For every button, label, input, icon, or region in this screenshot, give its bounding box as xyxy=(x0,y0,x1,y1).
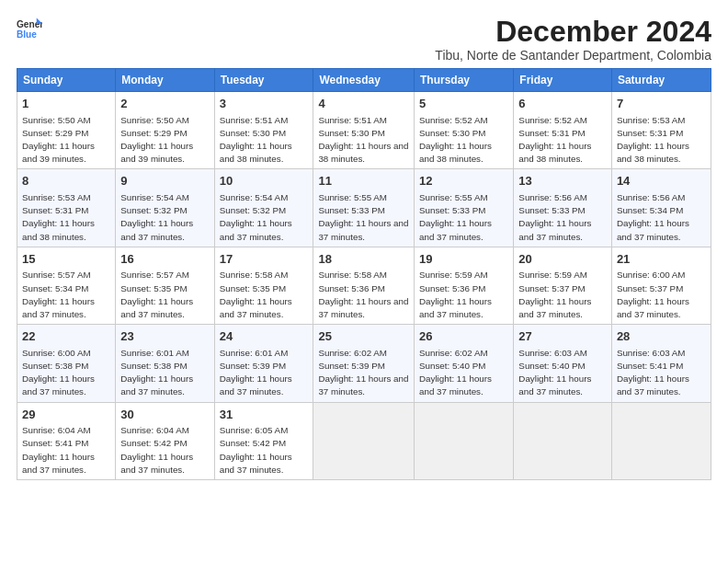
day-number: 8 xyxy=(22,173,110,190)
day-info: Sunrise: 6:04 AMSunset: 5:42 PMDaylight:… xyxy=(120,425,193,475)
day-number: 17 xyxy=(220,251,309,268)
svg-text:Blue: Blue xyxy=(17,29,37,40)
day-info: Sunrise: 6:05 AMSunset: 5:42 PMDaylight:… xyxy=(220,425,292,475)
weekday-header-row: Sunday Monday Tuesday Wednesday Thursday… xyxy=(17,69,711,92)
day-info: Sunrise: 5:50 AMSunset: 5:29 PMDaylight:… xyxy=(120,115,193,165)
day-number: 7 xyxy=(617,96,706,112)
day-number: 10 xyxy=(220,173,309,190)
day-info: Sunrise: 5:55 AMSunset: 5:33 PMDaylight:… xyxy=(318,192,408,242)
day-number: 25 xyxy=(318,328,409,345)
day-number: 3 xyxy=(220,96,309,112)
day-info: Sunrise: 5:51 AMSunset: 5:30 PMDaylight:… xyxy=(318,115,408,165)
calendar-cell: 27Sunrise: 6:03 AMSunset: 5:40 PMDayligh… xyxy=(514,325,612,402)
calendar-cell: 11Sunrise: 5:55 AMSunset: 5:33 PMDayligh… xyxy=(313,169,415,247)
calendar-cell xyxy=(514,402,612,479)
calendar-cell: 25Sunrise: 6:02 AMSunset: 5:39 PMDayligh… xyxy=(313,325,415,402)
calendar-cell: 3Sunrise: 5:51 AMSunset: 5:30 PMDaylight… xyxy=(214,92,313,169)
day-info: Sunrise: 6:02 AMSunset: 5:39 PMDaylight:… xyxy=(318,348,408,397)
calendar-cell: 23Sunrise: 6:01 AMSunset: 5:38 PMDayligh… xyxy=(116,325,214,402)
calendar-cell: 5Sunrise: 5:52 AMSunset: 5:30 PMDaylight… xyxy=(415,92,514,169)
logo: General Blue xyxy=(17,17,42,42)
calendar-cell: 31Sunrise: 6:05 AMSunset: 5:42 PMDayligh… xyxy=(214,402,313,479)
day-info: Sunrise: 6:01 AMSunset: 5:38 PMDaylight:… xyxy=(120,348,193,397)
calendar-cell: 12Sunrise: 5:55 AMSunset: 5:33 PMDayligh… xyxy=(415,169,514,247)
calendar-cell: 26Sunrise: 6:02 AMSunset: 5:40 PMDayligh… xyxy=(415,325,514,402)
day-info: Sunrise: 6:02 AMSunset: 5:40 PMDaylight:… xyxy=(419,348,492,397)
calendar: Sunday Monday Tuesday Wednesday Thursday… xyxy=(17,68,711,480)
day-number: 1 xyxy=(22,96,110,112)
calendar-cell xyxy=(611,402,711,479)
day-info: Sunrise: 5:58 AMSunset: 5:36 PMDaylight:… xyxy=(318,270,408,319)
day-number: 6 xyxy=(518,96,607,112)
day-info: Sunrise: 6:03 AMSunset: 5:40 PMDaylight:… xyxy=(518,348,591,397)
calendar-cell: 7Sunrise: 5:53 AMSunset: 5:31 PMDaylight… xyxy=(611,92,711,169)
logo-icon: General Blue xyxy=(17,17,42,42)
day-number: 14 xyxy=(617,173,706,190)
calendar-cell: 4Sunrise: 5:51 AMSunset: 5:30 PMDaylight… xyxy=(313,92,415,169)
day-info: Sunrise: 5:53 AMSunset: 5:31 PMDaylight:… xyxy=(617,115,689,165)
page: General Blue December 2024 Tibu, Norte d… xyxy=(0,0,728,563)
calendar-cell: 18Sunrise: 5:58 AMSunset: 5:36 PMDayligh… xyxy=(313,247,415,324)
calendar-cell xyxy=(415,402,514,479)
calendar-row: 22Sunrise: 6:00 AMSunset: 5:38 PMDayligh… xyxy=(17,325,711,402)
day-number: 2 xyxy=(120,96,209,112)
day-info: Sunrise: 6:00 AMSunset: 5:38 PMDaylight:… xyxy=(22,348,95,397)
day-number: 29 xyxy=(22,407,110,423)
calendar-row: 15Sunrise: 5:57 AMSunset: 5:34 PMDayligh… xyxy=(17,247,711,324)
calendar-cell: 22Sunrise: 6:00 AMSunset: 5:38 PMDayligh… xyxy=(17,325,116,402)
day-info: Sunrise: 5:52 AMSunset: 5:31 PMDaylight:… xyxy=(518,115,591,165)
calendar-cell: 21Sunrise: 6:00 AMSunset: 5:37 PMDayligh… xyxy=(611,247,711,324)
header-friday: Friday xyxy=(514,69,612,92)
day-info: Sunrise: 5:59 AMSunset: 5:36 PMDaylight:… xyxy=(419,270,492,319)
header-wednesday: Wednesday xyxy=(313,69,415,92)
calendar-cell xyxy=(313,402,415,479)
calendar-cell: 28Sunrise: 6:03 AMSunset: 5:41 PMDayligh… xyxy=(611,325,711,402)
calendar-row: 1Sunrise: 5:50 AMSunset: 5:29 PMDaylight… xyxy=(17,92,711,169)
month-title: December 2024 xyxy=(435,17,711,46)
day-info: Sunrise: 5:52 AMSunset: 5:30 PMDaylight:… xyxy=(419,115,492,165)
day-info: Sunrise: 5:57 AMSunset: 5:34 PMDaylight:… xyxy=(22,270,95,319)
calendar-row: 8Sunrise: 5:53 AMSunset: 5:31 PMDaylight… xyxy=(17,169,711,247)
day-info: Sunrise: 5:55 AMSunset: 5:33 PMDaylight:… xyxy=(419,192,492,242)
day-number: 24 xyxy=(220,328,309,345)
day-info: Sunrise: 6:01 AMSunset: 5:39 PMDaylight:… xyxy=(220,348,292,397)
calendar-cell: 19Sunrise: 5:59 AMSunset: 5:36 PMDayligh… xyxy=(415,247,514,324)
day-number: 23 xyxy=(120,328,209,345)
day-number: 21 xyxy=(617,251,706,268)
day-info: Sunrise: 5:57 AMSunset: 5:35 PMDaylight:… xyxy=(120,270,193,319)
calendar-cell: 6Sunrise: 5:52 AMSunset: 5:31 PMDaylight… xyxy=(514,92,612,169)
day-info: Sunrise: 5:58 AMSunset: 5:35 PMDaylight:… xyxy=(220,270,292,319)
day-number: 16 xyxy=(120,251,209,268)
day-info: Sunrise: 6:03 AMSunset: 5:41 PMDaylight:… xyxy=(617,348,689,397)
day-info: Sunrise: 5:54 AMSunset: 5:32 PMDaylight:… xyxy=(220,192,292,242)
calendar-cell: 15Sunrise: 5:57 AMSunset: 5:34 PMDayligh… xyxy=(17,247,116,324)
header-sunday: Sunday xyxy=(17,69,116,92)
day-number: 22 xyxy=(22,328,110,345)
day-number: 13 xyxy=(518,173,607,190)
calendar-cell: 16Sunrise: 5:57 AMSunset: 5:35 PMDayligh… xyxy=(116,247,214,324)
calendar-cell: 13Sunrise: 5:56 AMSunset: 5:33 PMDayligh… xyxy=(514,169,612,247)
header-tuesday: Tuesday xyxy=(214,69,313,92)
day-info: Sunrise: 5:54 AMSunset: 5:32 PMDaylight:… xyxy=(120,192,193,242)
calendar-cell: 24Sunrise: 6:01 AMSunset: 5:39 PMDayligh… xyxy=(214,325,313,402)
day-number: 12 xyxy=(419,173,508,190)
calendar-cell: 30Sunrise: 6:04 AMSunset: 5:42 PMDayligh… xyxy=(116,402,214,479)
day-number: 18 xyxy=(318,251,409,268)
header-thursday: Thursday xyxy=(415,69,514,92)
day-info: Sunrise: 5:51 AMSunset: 5:30 PMDaylight:… xyxy=(220,115,292,165)
header-monday: Monday xyxy=(116,69,214,92)
day-number: 4 xyxy=(318,96,409,112)
calendar-cell: 1Sunrise: 5:50 AMSunset: 5:29 PMDaylight… xyxy=(17,92,116,169)
day-info: Sunrise: 5:56 AMSunset: 5:34 PMDaylight:… xyxy=(617,192,689,242)
day-info: Sunrise: 5:56 AMSunset: 5:33 PMDaylight:… xyxy=(518,192,591,242)
day-number: 11 xyxy=(318,173,409,190)
day-number: 9 xyxy=(120,173,209,190)
day-number: 30 xyxy=(120,407,209,423)
calendar-cell: 20Sunrise: 5:59 AMSunset: 5:37 PMDayligh… xyxy=(514,247,612,324)
calendar-cell: 8Sunrise: 5:53 AMSunset: 5:31 PMDaylight… xyxy=(17,169,116,247)
day-number: 19 xyxy=(419,251,508,268)
day-info: Sunrise: 5:53 AMSunset: 5:31 PMDaylight:… xyxy=(22,192,95,242)
calendar-cell: 29Sunrise: 6:04 AMSunset: 5:41 PMDayligh… xyxy=(17,402,116,479)
day-number: 31 xyxy=(220,407,309,423)
calendar-cell: 17Sunrise: 5:58 AMSunset: 5:35 PMDayligh… xyxy=(214,247,313,324)
